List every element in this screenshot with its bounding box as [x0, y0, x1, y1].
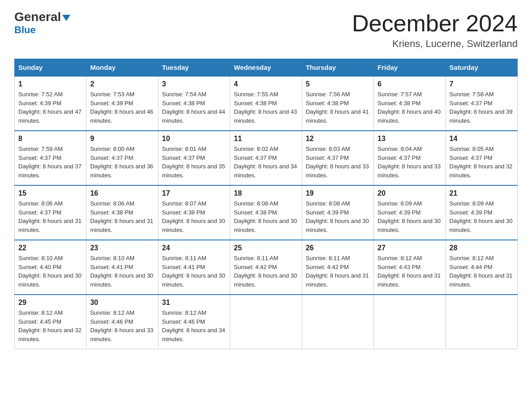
- table-row: 5 Sunrise: 7:56 AMSunset: 4:38 PMDayligh…: [302, 76, 373, 131]
- day-number: 9: [90, 135, 154, 143]
- day-number: 6: [378, 80, 442, 88]
- table-row: 10 Sunrise: 8:01 AMSunset: 4:37 PMDaylig…: [158, 131, 230, 185]
- header-sunday: Sunday: [15, 59, 86, 77]
- logo-triangle-icon: [62, 15, 70, 21]
- day-info: Sunrise: 8:11 AMSunset: 4:41 PMDaylight:…: [162, 255, 225, 288]
- table-row: 30 Sunrise: 8:12 AMSunset: 4:46 PMDaylig…: [86, 295, 158, 349]
- table-row: 11 Sunrise: 8:02 AMSunset: 4:37 PMDaylig…: [230, 131, 302, 185]
- table-row: 1 Sunrise: 7:52 AMSunset: 4:39 PMDayligh…: [15, 76, 86, 131]
- header-tuesday: Tuesday: [158, 59, 230, 77]
- table-row: 15 Sunrise: 8:06 AMSunset: 4:37 PMDaylig…: [15, 185, 86, 240]
- day-number: 8: [18, 135, 82, 143]
- day-info: Sunrise: 7:52 AMSunset: 4:39 PMDaylight:…: [18, 91, 82, 124]
- day-number: 11: [234, 135, 298, 143]
- table-row: 13 Sunrise: 8:04 AMSunset: 4:37 PMDaylig…: [374, 131, 446, 185]
- day-info: Sunrise: 7:57 AMSunset: 4:38 PMDaylight:…: [378, 91, 441, 124]
- day-info: Sunrise: 8:08 AMSunset: 4:38 PMDaylight:…: [234, 200, 297, 233]
- table-row: 16 Sunrise: 8:06 AMSunset: 4:38 PMDaylig…: [86, 185, 158, 240]
- page-header: General Blue December 2024 Kriens, Lucer…: [14, 11, 518, 50]
- calendar-table: Sunday Monday Tuesday Wednesday Thursday…: [14, 59, 518, 349]
- table-row: 27 Sunrise: 8:12 AMSunset: 4:43 PMDaylig…: [374, 240, 446, 295]
- title-area: December 2024 Kriens, Lucerne, Switzerla…: [352, 11, 518, 50]
- table-row: 6 Sunrise: 7:57 AMSunset: 4:38 PMDayligh…: [374, 76, 446, 131]
- logo-general: General: [14, 10, 61, 24]
- day-info: Sunrise: 8:11 AMSunset: 4:42 PMDaylight:…: [234, 255, 297, 288]
- day-number: 3: [162, 80, 226, 88]
- day-info: Sunrise: 8:05 AMSunset: 4:37 PMDaylight:…: [450, 146, 513, 179]
- table-row: 2 Sunrise: 7:53 AMSunset: 4:39 PMDayligh…: [86, 76, 158, 131]
- day-info: Sunrise: 8:04 AMSunset: 4:37 PMDaylight:…: [378, 146, 441, 179]
- table-row: 21 Sunrise: 8:09 AMSunset: 4:39 PMDaylig…: [446, 185, 517, 240]
- day-number: 5: [306, 80, 370, 88]
- calendar-week-row: 15 Sunrise: 8:06 AMSunset: 4:37 PMDaylig…: [15, 185, 518, 240]
- day-number: 30: [90, 299, 154, 307]
- table-row: [446, 295, 517, 349]
- logo-blue: Blue: [14, 24, 36, 36]
- table-row: 29 Sunrise: 8:12 AMSunset: 4:45 PMDaylig…: [15, 295, 86, 349]
- table-row: 18 Sunrise: 8:08 AMSunset: 4:38 PMDaylig…: [230, 185, 302, 240]
- table-row: 25 Sunrise: 8:11 AMSunset: 4:42 PMDaylig…: [230, 240, 302, 295]
- day-number: 26: [306, 244, 370, 252]
- day-number: 10: [162, 135, 226, 143]
- day-info: Sunrise: 8:07 AMSunset: 4:38 PMDaylight:…: [162, 200, 225, 233]
- day-info: Sunrise: 8:09 AMSunset: 4:39 PMDaylight:…: [450, 200, 513, 233]
- table-row: 17 Sunrise: 8:07 AMSunset: 4:38 PMDaylig…: [158, 185, 230, 240]
- day-number: 21: [450, 189, 514, 197]
- table-row: 23 Sunrise: 8:10 AMSunset: 4:41 PMDaylig…: [86, 240, 158, 295]
- table-row: 31 Sunrise: 8:12 AMSunset: 4:46 PMDaylig…: [158, 295, 230, 349]
- day-info: Sunrise: 8:12 AMSunset: 4:45 PMDaylight:…: [18, 309, 82, 342]
- header-friday: Friday: [374, 59, 446, 77]
- day-info: Sunrise: 8:11 AMSunset: 4:42 PMDaylight:…: [306, 255, 369, 288]
- day-number: 12: [306, 135, 370, 143]
- day-number: 19: [306, 189, 370, 197]
- day-info: Sunrise: 8:12 AMSunset: 4:46 PMDaylight:…: [162, 309, 225, 342]
- table-row: [374, 295, 446, 349]
- day-info: Sunrise: 8:03 AMSunset: 4:37 PMDaylight:…: [306, 146, 369, 179]
- day-number: 7: [450, 80, 514, 88]
- day-number: 18: [234, 189, 298, 197]
- day-info: Sunrise: 8:09 AMSunset: 4:39 PMDaylight:…: [378, 200, 441, 233]
- day-info: Sunrise: 8:12 AMSunset: 4:44 PMDaylight:…: [450, 255, 513, 288]
- day-info: Sunrise: 8:02 AMSunset: 4:37 PMDaylight:…: [234, 146, 297, 179]
- day-number: 1: [18, 80, 82, 88]
- table-row: 8 Sunrise: 7:59 AMSunset: 4:37 PMDayligh…: [15, 131, 86, 185]
- day-number: 25: [234, 244, 298, 252]
- day-number: 28: [450, 244, 514, 252]
- table-row: 7 Sunrise: 7:58 AMSunset: 4:37 PMDayligh…: [446, 76, 517, 131]
- day-info: Sunrise: 8:10 AMSunset: 4:40 PMDaylight:…: [18, 255, 82, 288]
- table-row: 20 Sunrise: 8:09 AMSunset: 4:39 PMDaylig…: [374, 185, 446, 240]
- day-info: Sunrise: 8:10 AMSunset: 4:41 PMDaylight:…: [90, 255, 153, 288]
- day-number: 17: [162, 189, 226, 197]
- header-saturday: Saturday: [446, 59, 517, 77]
- header-monday: Monday: [86, 59, 158, 77]
- day-info: Sunrise: 7:56 AMSunset: 4:38 PMDaylight:…: [306, 91, 369, 124]
- day-number: 22: [18, 244, 82, 252]
- table-row: 4 Sunrise: 7:55 AMSunset: 4:38 PMDayligh…: [230, 76, 302, 131]
- day-info: Sunrise: 7:54 AMSunset: 4:38 PMDaylight:…: [162, 91, 225, 124]
- logo-text: General: [14, 11, 70, 23]
- day-info: Sunrise: 8:06 AMSunset: 4:38 PMDaylight:…: [90, 200, 153, 233]
- day-number: 4: [234, 80, 298, 88]
- calendar-week-row: 1 Sunrise: 7:52 AMSunset: 4:39 PMDayligh…: [15, 76, 518, 131]
- table-row: 28 Sunrise: 8:12 AMSunset: 4:44 PMDaylig…: [446, 240, 517, 295]
- table-row: [230, 295, 302, 349]
- day-number: 24: [162, 244, 226, 252]
- calendar-week-row: 29 Sunrise: 8:12 AMSunset: 4:45 PMDaylig…: [15, 295, 518, 349]
- day-number: 23: [90, 244, 154, 252]
- day-number: 29: [18, 299, 82, 307]
- calendar-header-row: Sunday Monday Tuesday Wednesday Thursday…: [15, 59, 518, 77]
- day-number: 31: [162, 299, 226, 307]
- day-number: 27: [378, 244, 442, 252]
- day-number: 16: [90, 189, 154, 197]
- day-number: 15: [18, 189, 82, 197]
- day-info: Sunrise: 8:12 AMSunset: 4:43 PMDaylight:…: [378, 255, 441, 288]
- day-info: Sunrise: 7:58 AMSunset: 4:37 PMDaylight:…: [450, 91, 513, 124]
- day-number: 14: [450, 135, 514, 143]
- day-info: Sunrise: 8:00 AMSunset: 4:37 PMDaylight:…: [90, 146, 153, 179]
- day-info: Sunrise: 8:08 AMSunset: 4:39 PMDaylight:…: [306, 200, 369, 233]
- calendar-week-row: 22 Sunrise: 8:10 AMSunset: 4:40 PMDaylig…: [15, 240, 518, 295]
- day-info: Sunrise: 7:55 AMSunset: 4:38 PMDaylight:…: [234, 91, 297, 124]
- logo: General Blue: [14, 11, 70, 36]
- table-row: [302, 295, 373, 349]
- header-wednesday: Wednesday: [230, 59, 302, 77]
